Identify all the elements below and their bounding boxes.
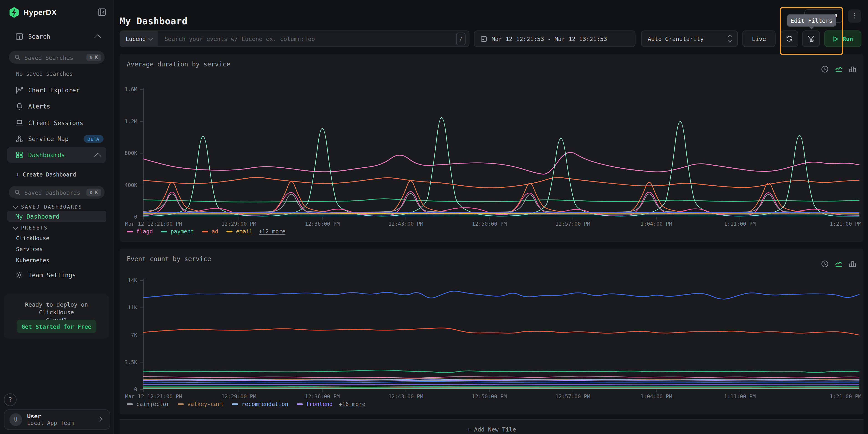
sidebar-item-client-sessions[interactable]: Client Sessions xyxy=(0,115,114,131)
sidebar-collapse-icon[interactable] xyxy=(97,8,106,16)
date-range-value: Mar 12 12:21:53 - Mar 12 13:21:53 xyxy=(492,35,607,42)
legend-swatch xyxy=(127,403,133,405)
sidebar-item-clickhouse[interactable]: ClickHouse xyxy=(16,235,50,241)
legend-item[interactable]: payment xyxy=(161,229,194,235)
chevron-down-icon xyxy=(148,35,153,40)
chevron-down-icon xyxy=(13,225,18,230)
granularity-select[interactable]: Auto Granularity xyxy=(641,31,738,47)
refresh-button[interactable] xyxy=(781,31,798,47)
x-axis-tick-label: 12:29:00 PM xyxy=(221,393,256,399)
series-unnamed xyxy=(144,385,859,385)
series-unnamed xyxy=(144,377,859,378)
app-logo-text: HyperDX xyxy=(23,8,57,16)
saved-dashboards-group[interactable]: SAVED DASHBOARDS xyxy=(14,204,82,210)
main-content: My Dashboard s ⋮ Edit Filters Lucene Sea… xyxy=(114,0,868,434)
tile-average-duration: Average duration by service flagdpayment… xyxy=(120,54,863,242)
add-new-tile-button[interactable]: + Add New Tile xyxy=(120,420,863,434)
sidebar-item-chart-explorer[interactable]: Chart Explorer xyxy=(0,82,114,98)
date-range-picker[interactable]: Mar 12 12:21:53 - Mar 12 13:21:53 xyxy=(474,31,636,47)
legend-item[interactable]: recommendation xyxy=(232,401,288,407)
language-select[interactable]: Lucene xyxy=(120,31,158,46)
series-unnamed xyxy=(144,194,859,212)
clickhouse-cloud-promo: Ready to deploy on ClickHouseCloud? Get … xyxy=(4,294,109,339)
legend-label: email xyxy=(236,229,253,235)
chart-legend: cainjectorvalkey-cartrecommendationfront… xyxy=(127,401,366,407)
x-axis-tick-label: 12:36:00 PM xyxy=(305,393,340,399)
sidebar-item-search[interactable]: Search xyxy=(0,29,114,44)
series-unnamed xyxy=(144,386,859,387)
slash-shortcut-badge: / xyxy=(456,32,465,45)
sidebar-item-my-dashboard[interactable]: My Dashboard xyxy=(7,211,106,222)
sidebar-item-label: Search xyxy=(28,33,50,40)
get-started-button[interactable]: Get Started for Free xyxy=(17,320,96,333)
run-button[interactable]: Run xyxy=(824,31,861,47)
gear-icon xyxy=(16,271,23,279)
legend-swatch xyxy=(297,403,303,405)
x-axis-tick-label: 12:50:00 PM xyxy=(472,393,507,399)
x-axis-tick-label: 1:11:00 PM xyxy=(724,393,755,399)
sidebar-item-service-map[interactable]: Service Map BETA xyxy=(0,131,114,146)
legend-more-link[interactable]: +16 more xyxy=(339,401,365,407)
sidebar-item-label: Dashboards xyxy=(28,151,65,159)
x-axis-tick-label: 12:57:00 PM xyxy=(556,393,590,399)
filter-edit-icon xyxy=(807,35,815,42)
chevron-up-icon xyxy=(94,153,101,160)
shortcut-badge: ⌘ K xyxy=(86,54,101,61)
legend-swatch xyxy=(127,231,133,232)
help-button[interactable]: ? xyxy=(4,393,17,406)
play-icon xyxy=(833,36,839,42)
sidebar-item-label: Team Settings xyxy=(28,271,76,279)
x-axis-tick-label: 12:43:00 PM xyxy=(389,221,423,227)
query-input[interactable]: Lucene Search your events w/ Lucene ex. … xyxy=(120,31,469,47)
saved-searches-input[interactable]: Saved Searches ⌘ K xyxy=(9,51,105,64)
kebab-menu-button[interactable]: ⋮ xyxy=(848,9,861,23)
line-chart-canvas xyxy=(140,277,860,394)
sidebar-item-dashboards[interactable]: Dashboards xyxy=(7,147,106,163)
live-button[interactable]: Live xyxy=(742,31,776,47)
legend-item[interactable]: valkey-cart xyxy=(178,401,224,407)
x-axis-tick-label: 1:21:00 PM xyxy=(830,393,861,399)
legend-item[interactable]: email xyxy=(227,229,253,235)
series-payment xyxy=(144,199,859,202)
legend-label: payment xyxy=(170,229,194,235)
bell-icon xyxy=(16,102,23,110)
series-unnamed xyxy=(144,215,859,215)
chart-legend: flagdpaymentademail+12 more xyxy=(127,229,285,235)
x-axis-tick-label: 1:21:00 PM xyxy=(830,221,861,227)
x-axis-tick-label: 12:50:00 PM xyxy=(472,221,507,227)
legend-item[interactable]: cainjector xyxy=(127,401,169,407)
x-axis-tick-label: 12:29:00 PM xyxy=(221,221,256,227)
legend-label: valkey-cart xyxy=(187,401,224,407)
legend-item[interactable]: ad xyxy=(202,229,218,235)
sidebar-item-team-settings[interactable]: Team Settings xyxy=(0,267,114,283)
series-ad xyxy=(144,177,859,188)
y-axis-tick-label: 800K xyxy=(120,150,137,156)
sidebar-item-alerts[interactable]: Alerts xyxy=(0,99,114,114)
screenshot-root: HyperDX Search Saved Searches ⌘ K No sav… xyxy=(0,0,868,434)
x-axis-tick-label: Mar 12 12:21:00 PM xyxy=(125,221,182,227)
user-menu[interactable]: U User Local App Team xyxy=(4,409,110,430)
legend-swatch xyxy=(227,231,233,232)
create-dashboard-button[interactable]: + Create Dashboard xyxy=(16,171,76,178)
series-unnamed xyxy=(144,370,859,373)
edit-filters-button[interactable] xyxy=(802,31,820,47)
series-flagd xyxy=(144,153,859,174)
saved-dashboards-input[interactable]: Saved Dashboards ⌘ K xyxy=(9,186,105,199)
sidebar-item-label: Chart Explorer xyxy=(28,87,80,94)
x-axis-tick-label: 1:11:00 PM xyxy=(724,221,755,227)
refresh-icon xyxy=(786,35,793,42)
service-map-icon xyxy=(16,135,23,143)
tile-event-count: Event count by service cainjectorvalkey-… xyxy=(120,248,863,414)
x-axis-tick-label: 1:04:00 PM xyxy=(641,393,672,399)
legend-swatch xyxy=(202,231,208,232)
series-unnamed xyxy=(144,381,859,382)
sidebar-item-kubernetes[interactable]: Kubernetes xyxy=(16,257,50,263)
sidebar-item-services[interactable]: Services xyxy=(16,246,43,252)
presets-group[interactable]: PRESETS xyxy=(14,225,48,231)
legend-item[interactable]: frontend xyxy=(297,401,333,407)
dashboards-icon xyxy=(16,151,23,159)
x-axis-tick-label: 12:57:00 PM xyxy=(556,221,590,227)
x-axis-tick-label: 12:43:00 PM xyxy=(389,393,423,399)
legend-item[interactable]: flagd xyxy=(127,229,153,235)
legend-more-link[interactable]: +12 more xyxy=(259,229,285,235)
